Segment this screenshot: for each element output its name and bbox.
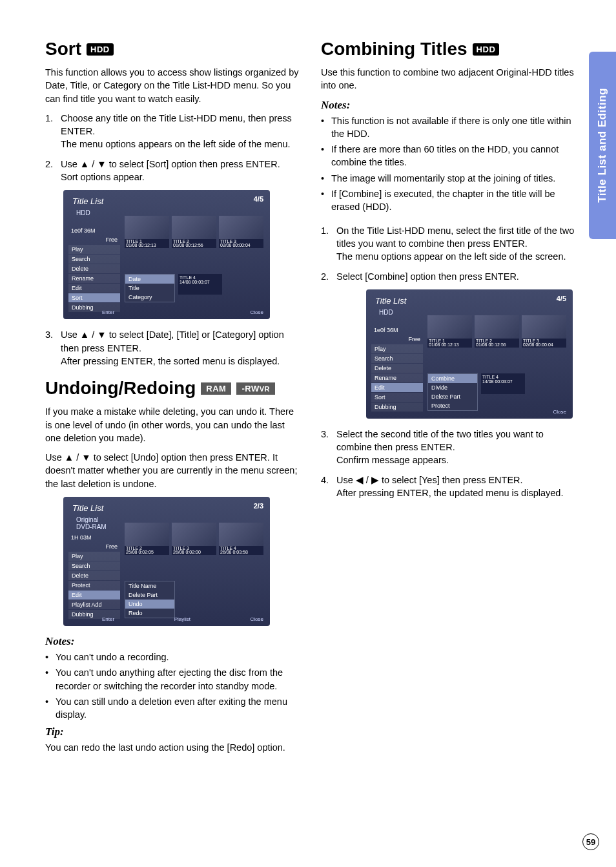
combine-intro: Use this function to combine two adjacen… [321, 66, 577, 92]
combine-step-3: 3. Select the second title of the two ti… [321, 428, 577, 467]
sort-step-2-text: Use ▲ / ▼ to select [Sort] option then p… [61, 158, 302, 171]
rwvr-badge: -RWVR [236, 382, 275, 395]
combine-notes-title: Notes: [321, 99, 577, 112]
hdd-badge: HDD [87, 43, 114, 56]
undo-heading: Undoing/Redoing RAM -RWVR [45, 378, 302, 399]
undo-tip-title: Tip: [45, 726, 302, 738]
section-side-tab: Title List and Editing [589, 52, 616, 239]
combine-note-4: If [Combine] is executed, the chapter in… [331, 187, 577, 214]
left-column: Sort HDD This function allows you to acc… [45, 39, 302, 760]
combine-note-3: The image will momentarily stop at the j… [331, 172, 577, 185]
sort-step-3-sub: After pressing ENTER, the sorted menu is… [61, 355, 302, 368]
combine-step-4: 4. Use ◀ / ▶ to select [Yes] then press … [321, 474, 577, 500]
sort-step-3-text: Use ▲ / ▼ to select [Date], [Title] or [… [61, 328, 302, 355]
undo-intro: If you make a mistake while deleting, yo… [45, 405, 302, 444]
sort-step-3: 3. Use ▲ / ▼ to select [Date], [Title] o… [45, 328, 302, 368]
undo-screenshot: Title List 2/3 OriginalDVD-RAM 1H 03M Fr… [63, 497, 270, 626]
combine-note-1: This function is not available if there … [331, 114, 577, 141]
sort-title-text: Sort [45, 39, 81, 59]
sort-step-2: 2. Use ▲ / ▼ to select [Sort] option the… [45, 158, 302, 184]
sort-step-1: 1. Choose any title on the Title List-HD… [45, 112, 302, 151]
combine-title-text: Combining Titles [321, 39, 467, 59]
combine-heading: Combining Titles HDD [321, 39, 577, 59]
sort-step-1-text: Choose any title on the Title List-HDD m… [61, 112, 302, 138]
combine-step-1: 1. On the Title List-HDD menu, select th… [321, 224, 577, 264]
undo-tip: You can redo the last undo action using … [45, 741, 302, 754]
right-column: Combining Titles HDD Use this function t… [321, 39, 577, 760]
sort-step-1-sub: The menu options appears on the left sid… [61, 138, 302, 151]
undo-note-2: You can't undo anything after ejecting t… [56, 666, 302, 693]
undo-note-1: You can't undo a recording. [56, 651, 302, 663]
ram-badge: RAM [201, 382, 231, 395]
sort-screenshot: Title List 4/5 HDD 1e0f 36M Free Play Se… [63, 190, 270, 319]
undo-note-3: You can still undo a deletion even after… [56, 695, 302, 722]
combine-screenshot: Title List 4/5 HDD 1e0f 36M Free Play Se… [366, 289, 573, 419]
sort-intro: This function allows you to access show … [45, 66, 302, 105]
combine-step-2: 2. Select [Combine] option then press EN… [321, 270, 577, 283]
undo-use: Use ▲ / ▼ to select [Undo] option then p… [45, 451, 302, 490]
sort-heading: Sort HDD [45, 39, 302, 59]
page-number: 59 [582, 833, 599, 850]
sort-step-2-sub: Sort options appear. [61, 171, 302, 183]
combine-note-2: If there are more than 60 titles on the … [331, 143, 577, 169]
hdd-badge-2: HDD [473, 43, 500, 56]
undo-title-text: Undoing/Redoing [45, 378, 196, 399]
undo-notes-title: Notes: [45, 635, 302, 648]
